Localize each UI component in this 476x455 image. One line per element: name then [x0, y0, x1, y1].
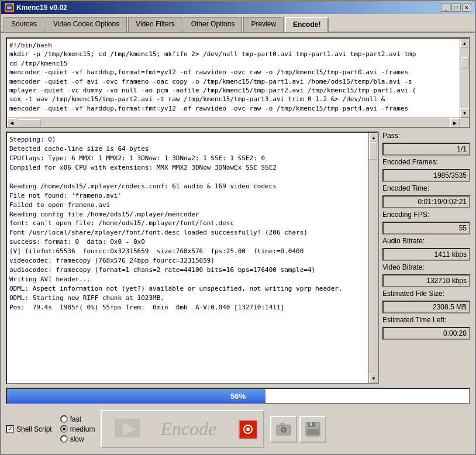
middle-section: Stepping: 0) Detected cache-line size is…: [6, 132, 470, 384]
action-buttons: [270, 416, 326, 443]
shell-script-check: Shell Script: [6, 425, 52, 433]
speed-medium[interactable]: medium: [60, 425, 95, 433]
script-hscroll-track[interactable]: [16, 118, 450, 127]
encode-watermark-icon: [112, 414, 143, 444]
speed-fast[interactable]: fast: [60, 415, 95, 423]
script-vscroll[interactable]: ▲ ▼: [460, 39, 469, 118]
progress-label: 56%: [7, 389, 469, 403]
medium-label: medium: [70, 425, 95, 433]
tab-other-options[interactable]: Other Options: [184, 17, 243, 32]
encoded-frames-value: 1985/3535: [382, 169, 470, 182]
script-text[interactable]: #!/bin/bash mkdir -p /tmp/kmenc15; cd /t…: [7, 39, 460, 118]
minimize-button[interactable]: _: [441, 4, 450, 12]
stop-button[interactable]: [239, 420, 257, 439]
log-scroll-down[interactable]: ▼: [369, 374, 378, 383]
svg-point-9: [282, 428, 285, 432]
fast-radio[interactable]: [60, 415, 68, 423]
log-scroll-thumb[interactable]: [369, 142, 377, 160]
save-icon: [305, 421, 321, 437]
main-window: Kmenc15 v0.02 _ □ ✕ Sources Video Codec …: [0, 0, 476, 455]
encoded-time-label: Encoded Time:: [382, 184, 470, 192]
slow-label: slow: [70, 435, 84, 443]
tab-video-codec[interactable]: Video Codec Options: [46, 17, 127, 32]
tab-preview[interactable]: Preview: [243, 17, 284, 32]
titlebar-left: Kmenc15 v0.02: [5, 3, 67, 12]
svg-rect-13: [310, 422, 312, 426]
speed-radio-group: fast medium slow: [60, 415, 95, 443]
scroll-corner: [460, 118, 469, 127]
script-scroll-area: #!/bin/bash mkdir -p /tmp/kmenc15; cd /t…: [7, 39, 469, 127]
svg-rect-1: [7, 4, 12, 6]
script-scroll-down[interactable]: ▼: [460, 108, 470, 118]
window-title: Kmenc15 v0.02: [16, 4, 67, 12]
save-button[interactable]: [299, 416, 326, 443]
script-scroll-left[interactable]: ◀: [7, 118, 16, 127]
encoded-time-value: 0:01:19/0:02:21: [382, 195, 470, 208]
camera-button[interactable]: [270, 416, 297, 443]
svg-rect-14: [307, 429, 319, 435]
close-button[interactable]: ✕: [462, 4, 471, 12]
stop-icon: [243, 424, 253, 435]
medium-radio[interactable]: [60, 425, 68, 433]
log-vscroll[interactable]: ▲ ▼: [368, 133, 378, 383]
maximize-button[interactable]: □: [451, 4, 461, 12]
video-bitrate-value: 132710 kbps: [382, 274, 470, 287]
progress-bar-container: 56%: [6, 388, 470, 404]
encode-button[interactable]: Encode: [101, 410, 264, 448]
encoding-fps-value: 55: [382, 222, 470, 235]
fast-label: fast: [70, 415, 81, 423]
titlebar: Kmenc15 v0.02 _ □ ✕: [1, 1, 475, 14]
window-icon: [5, 3, 14, 12]
script-scroll-up[interactable]: ▲: [460, 39, 470, 48]
pass-value: 1/1: [382, 143, 470, 156]
camera-icon: [275, 421, 292, 437]
log-scroll-up[interactable]: ▲: [369, 133, 378, 142]
shell-script-checkbox[interactable]: [6, 425, 14, 433]
encode-btn-label: Encode: [160, 418, 216, 440]
svg-rect-10: [281, 423, 284, 426]
script-scroll-right[interactable]: ▶: [450, 118, 460, 127]
tab-sources[interactable]: Sources: [4, 17, 44, 32]
estimated-time-left-label: Estimated Time Left:: [382, 316, 470, 324]
log-text[interactable]: Stepping: 0) Detected cache-line size is…: [7, 133, 368, 383]
titlebar-buttons: _ □ ✕: [441, 4, 471, 12]
script-inner: #!/bin/bash mkdir -p /tmp/kmenc15; cd /t…: [7, 39, 469, 118]
pass-label: Pass:: [382, 132, 470, 140]
encoding-fps-label: Encoding FPS:: [382, 211, 470, 219]
tab-video-filters[interactable]: Video Filters: [128, 17, 182, 32]
estimated-time-left-value: 0:00:28: [382, 327, 470, 340]
estimated-file-size-label: Estimated File Size:: [382, 289, 470, 298]
encoded-frames-label: Encoded Frames:: [382, 158, 470, 166]
tab-bar: Sources Video Codec Options Video Filter…: [1, 14, 475, 33]
svg-rect-2: [7, 6, 12, 9]
script-area: #!/bin/bash mkdir -p /tmp/kmenc15; cd /t…: [6, 37, 470, 128]
audio-bitrate-label: Audio Bitrate:: [382, 237, 470, 245]
script-scroll-thumb[interactable]: [461, 57, 469, 69]
slow-radio[interactable]: [60, 435, 68, 443]
script-hscroll-row: ◀ ▶: [7, 118, 469, 127]
estimated-file-size-value: 2308.5 MB: [382, 301, 470, 313]
tab-encode[interactable]: Encode!: [285, 17, 329, 32]
audio-bitrate-value: 1411 kbps: [382, 248, 470, 261]
script-hscroll-thumb[interactable]: [18, 119, 41, 126]
shell-script-label: Shell Script: [16, 425, 52, 433]
svg-point-6: [246, 428, 250, 431]
speed-slow[interactable]: slow: [60, 435, 95, 443]
stats-panel: Pass: 1/1 Encoded Frames: 1985/3535 Enco…: [382, 132, 470, 384]
video-bitrate-label: Video Bitrate:: [382, 263, 470, 271]
main-content: #!/bin/bash mkdir -p /tmp/kmenc15; cd /t…: [1, 33, 475, 454]
log-area-container: Stepping: 0) Detected cache-line size is…: [6, 132, 379, 384]
bottom-bar: Shell Script fast medium slow: [6, 408, 470, 449]
